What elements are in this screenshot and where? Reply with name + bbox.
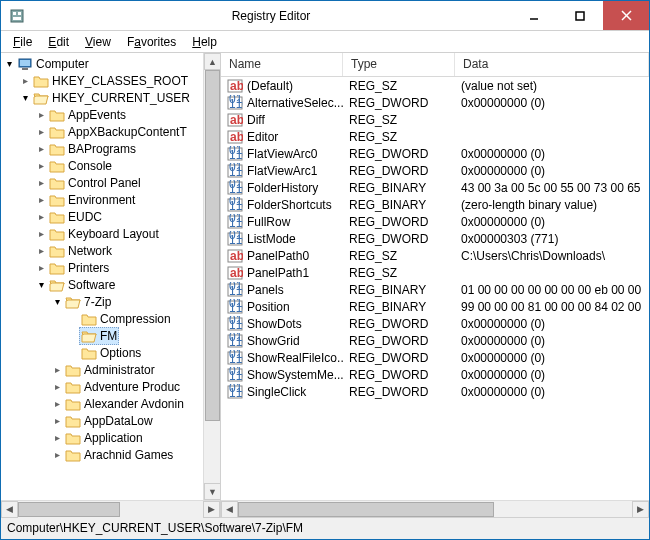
list-row[interactable]: Diff REG_SZ (221, 111, 649, 128)
tree-item[interactable]: Compression (3, 310, 203, 327)
value-name: ShowRealFileIco... (247, 351, 343, 365)
tree-item[interactable]: ▸Adventure Produc (3, 378, 203, 395)
tree-item[interactable]: ▸Network (3, 242, 203, 259)
expand-icon[interactable]: ▸ (35, 194, 47, 205)
expand-icon[interactable]: ▸ (51, 449, 63, 460)
tree-item[interactable]: ▾HKEY_CURRENT_USER (3, 89, 203, 106)
value-type: REG_DWORD (343, 334, 455, 348)
tree-label: Administrator (84, 363, 155, 377)
expand-icon[interactable]: ▸ (35, 160, 47, 171)
list-row[interactable]: Panels REG_BINARY 01 00 00 00 00 00 00 0… (221, 281, 649, 298)
maximize-button[interactable] (557, 1, 603, 30)
expand-icon[interactable]: ▸ (51, 398, 63, 409)
close-button[interactable] (603, 1, 649, 30)
value-type: REG_SZ (343, 130, 455, 144)
list-row[interactable]: PanelPath1 REG_SZ (221, 264, 649, 281)
tree-label: Application (84, 431, 143, 445)
bin-value-icon (227, 350, 243, 366)
list-row[interactable]: Editor REG_SZ (221, 128, 649, 145)
expand-icon[interactable]: ▸ (35, 177, 47, 188)
expand-icon[interactable]: ▾ (35, 279, 47, 290)
tree-item[interactable]: ▸Arachnid Games (3, 446, 203, 463)
value-type: REG_DWORD (343, 232, 455, 246)
expand-icon[interactable]: ▾ (3, 58, 15, 69)
tree-item[interactable]: ▾Software (3, 276, 203, 293)
list-row[interactable]: ShowGrid REG_DWORD 0x00000000 (0) (221, 332, 649, 349)
col-type[interactable]: Type (343, 53, 455, 76)
list-row[interactable]: ListMode REG_DWORD 0x00000303 (771) (221, 230, 649, 247)
list-hscroll[interactable]: ◀ ▶ (221, 500, 649, 517)
menu-view[interactable]: View (77, 33, 119, 51)
tree-item[interactable]: ▸HKEY_CLASSES_ROOT (3, 72, 203, 89)
tree-item[interactable]: ▸EUDC (3, 208, 203, 225)
tree-label: AppXBackupContentT (68, 125, 187, 139)
tree-item[interactable]: ▸Console (3, 157, 203, 174)
value-name: FlatViewArc0 (247, 147, 317, 161)
tree-item[interactable]: ▸AppEvents (3, 106, 203, 123)
value-data: 99 00 00 00 81 00 00 00 84 02 00 (455, 300, 649, 314)
tree-label: Keyboard Layout (68, 227, 159, 241)
tree-item[interactable]: ▸Keyboard Layout (3, 225, 203, 242)
sz-value-icon (227, 78, 243, 94)
expand-icon[interactable]: ▾ (19, 92, 31, 103)
list-row[interactable]: FolderHistory REG_BINARY 43 00 3a 00 5c … (221, 179, 649, 196)
tree-label: Control Panel (68, 176, 141, 190)
list-row[interactable]: FullRow REG_DWORD 0x00000000 (0) (221, 213, 649, 230)
list-row[interactable]: FlatViewArc1 REG_DWORD 0x00000000 (0) (221, 162, 649, 179)
tree-item[interactable]: ▸Application (3, 429, 203, 446)
expand-icon[interactable]: ▸ (19, 75, 31, 86)
value-name: SingleClick (247, 385, 306, 399)
menu-favorites[interactable]: Favorites (119, 33, 184, 51)
list-row[interactable]: Position REG_BINARY 99 00 00 00 81 00 00… (221, 298, 649, 315)
list-row[interactable]: SingleClick REG_DWORD 0x00000000 (0) (221, 383, 649, 400)
expand-icon[interactable]: ▸ (51, 415, 63, 426)
expand-icon[interactable]: ▸ (51, 381, 63, 392)
list-row[interactable]: AlternativeSelec... REG_DWORD 0x00000000… (221, 94, 649, 111)
list-row[interactable]: PanelPath0 REG_SZ C:\Users\Chris\Downloa… (221, 247, 649, 264)
minimize-button[interactable] (511, 1, 557, 30)
expand-icon[interactable]: ▸ (35, 262, 47, 273)
expand-icon[interactable]: ▸ (51, 364, 63, 375)
expand-icon[interactable]: ▾ (51, 296, 63, 307)
value-name: (Default) (247, 79, 293, 93)
value-data: (zero-length binary value) (455, 198, 649, 212)
tree-item[interactable]: ▸BAPrograms (3, 140, 203, 157)
expand-icon[interactable]: ▸ (35, 211, 47, 222)
tree-item[interactable]: FM (3, 327, 203, 344)
list-row[interactable]: ShowSystemMe... REG_DWORD 0x00000000 (0) (221, 366, 649, 383)
menu-edit[interactable]: Edit (40, 33, 77, 51)
expand-icon[interactable]: ▸ (35, 143, 47, 154)
value-type: REG_BINARY (343, 283, 455, 297)
tree-item[interactable]: ▸Alexander Avdonin (3, 395, 203, 412)
value-data: 0x00000000 (0) (455, 351, 649, 365)
value-type: REG_SZ (343, 249, 455, 263)
tree-item[interactable]: ▸Administrator (3, 361, 203, 378)
tree-item[interactable]: ▾Computer (3, 55, 203, 72)
expand-icon[interactable]: ▸ (35, 228, 47, 239)
bin-value-icon (227, 146, 243, 162)
list-row[interactable]: ShowRealFileIco... REG_DWORD 0x00000000 … (221, 349, 649, 366)
tree-vscroll[interactable]: ▲ ▼ (203, 53, 220, 500)
menu-help[interactable]: Help (184, 33, 225, 51)
tree-item[interactable]: Options (3, 344, 203, 361)
col-data[interactable]: Data (455, 53, 649, 76)
expand-icon[interactable]: ▸ (35, 245, 47, 256)
tree-item[interactable]: ▾7-Zip (3, 293, 203, 310)
tree-hscroll[interactable]: ◀ ▶ (1, 500, 220, 517)
tree-item[interactable]: ▸Printers (3, 259, 203, 276)
list-row[interactable]: FolderShortcuts REG_BINARY (zero-length … (221, 196, 649, 213)
list-row[interactable]: ShowDots REG_DWORD 0x00000000 (0) (221, 315, 649, 332)
list-row[interactable]: FlatViewArc0 REG_DWORD 0x00000000 (0) (221, 145, 649, 162)
expand-icon[interactable]: ▸ (35, 109, 47, 120)
tree-item[interactable]: ▸Environment (3, 191, 203, 208)
col-name[interactable]: Name (221, 53, 343, 76)
titlebar[interactable]: Registry Editor (1, 1, 649, 31)
list-row[interactable]: (Default) REG_SZ (value not set) (221, 77, 649, 94)
tree-item[interactable]: ▸Control Panel (3, 174, 203, 191)
tree-label: Arachnid Games (84, 448, 173, 462)
expand-icon[interactable]: ▸ (35, 126, 47, 137)
menu-file[interactable]: File (5, 33, 40, 51)
expand-icon[interactable]: ▸ (51, 432, 63, 443)
tree-item[interactable]: ▸AppDataLow (3, 412, 203, 429)
tree-item[interactable]: ▸AppXBackupContentT (3, 123, 203, 140)
